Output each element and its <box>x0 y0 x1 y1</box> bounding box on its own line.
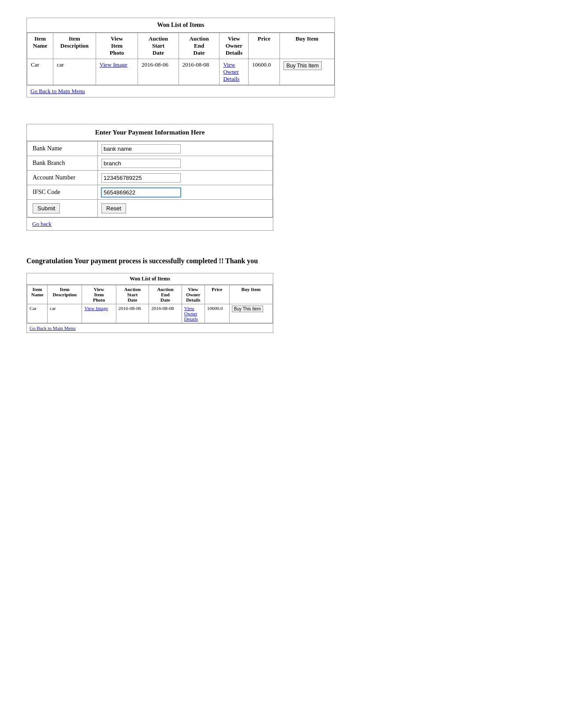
reset-cell[interactable]: Reset <box>98 200 273 217</box>
bank-name-row: Bank Name <box>27 142 273 156</box>
cell-price: 10600.0 <box>249 59 280 85</box>
account-number-row: Account Number <box>27 171 273 185</box>
bank-branch-cell[interactable] <box>98 156 273 171</box>
won-list-sm-container: Won List of Items ItemName ItemDescripti… <box>26 273 273 333</box>
sm-col-item-desc: ItemDescription <box>48 285 82 304</box>
view-owner-link[interactable]: ViewOwnerDetails <box>223 61 239 82</box>
section-won-list: Won List of Items ItemName ItemDescripti… <box>26 18 536 97</box>
col-header-item-desc: ItemDescription <box>53 33 96 59</box>
ifsc-code-cell[interactable] <box>98 185 273 200</box>
sm-col-price: Price <box>205 285 229 304</box>
sm-col-item-name: ItemName <box>27 285 48 304</box>
sm-view-owner-link[interactable]: ViewOwnerDetails <box>184 306 198 321</box>
sm-cell-view-owner[interactable]: ViewOwnerDetails <box>182 304 205 323</box>
payment-table: Bank Name Bank Branch Account Number <box>27 141 273 217</box>
table-row: Car car View Image 2016-08-06 2016-08-08… <box>27 59 335 85</box>
cell-buy-item[interactable]: Buy This Item <box>279 59 334 85</box>
bank-name-label: Bank Name <box>27 142 98 156</box>
sm-cell-auction-end: 2016-08-08 <box>149 304 182 323</box>
ifsc-code-row: IFSC Code <box>27 185 273 200</box>
sm-cell-item-name: Car <box>27 304 48 323</box>
sm-col-buy-item: Buy Item <box>229 285 272 304</box>
sm-buy-item-button[interactable]: Buy This Item <box>232 306 263 312</box>
cell-auction-end: 2016-08-08 <box>179 59 220 85</box>
sm-view-image-link[interactable]: View Image <box>84 306 108 311</box>
submit-button[interactable]: Submit <box>33 203 60 213</box>
bank-branch-label: Bank Branch <box>27 156 98 171</box>
won-list-sm-table: ItemName ItemDescription ViewItemPhoto A… <box>27 285 273 323</box>
section-congratulation: Congratulation Your payment process is s… <box>26 257 536 333</box>
account-number-input[interactable] <box>101 173 181 183</box>
ifsc-code-label: IFSC Code <box>27 185 98 200</box>
bank-branch-input[interactable] <box>101 159 181 168</box>
account-number-label: Account Number <box>27 171 98 185</box>
won-list-table: ItemName ItemDescription ViewItemPhoto A… <box>27 33 335 85</box>
sm-col-view-owner: ViewOwnerDetails <box>182 285 205 304</box>
col-header-view-owner: ViewOwnerDetails <box>220 33 249 59</box>
col-header-auction-end: AuctionEndDate <box>179 33 220 59</box>
col-header-buy-item: Buy Item <box>279 33 334 59</box>
col-header-auction-start: AuctionStartDate <box>138 33 179 59</box>
form-buttons-row: Submit Reset <box>27 200 273 217</box>
bank-name-cell[interactable] <box>98 142 273 156</box>
sm-cell-buy-item[interactable]: Buy This Item <box>229 304 272 323</box>
sm-cell-item-desc: car <box>48 304 82 323</box>
cell-item-name: Car <box>27 59 53 85</box>
sm-col-auction-end: AuctionEndDate <box>149 285 182 304</box>
col-header-price: Price <box>249 33 280 59</box>
won-list-container: Won List of Items ItemName ItemDescripti… <box>26 18 335 97</box>
won-list-sm-title: Won List of Items <box>27 273 273 285</box>
view-image-link[interactable]: View Image <box>100 61 127 68</box>
payment-form-title: Enter Your Payment Information Here <box>27 124 273 141</box>
col-header-item-name: ItemName <box>27 33 53 59</box>
account-number-cell[interactable] <box>98 171 273 185</box>
congratulation-message: Congratulation Your payment process is s… <box>26 257 536 265</box>
sm-col-view-photo: ViewItemPhoto <box>82 285 116 304</box>
sm-cell-price: 10600.0 <box>205 304 229 323</box>
sm-table-row: Car car View Image 2016-08-06 2016-08-08… <box>27 304 273 323</box>
col-header-view-photo: ViewItemPhoto <box>96 33 138 59</box>
ifsc-code-input[interactable] <box>101 188 181 197</box>
cell-item-desc: car <box>53 59 96 85</box>
submit-cell[interactable]: Submit <box>27 200 98 217</box>
sm-col-auction-start: AuctionStartDate <box>116 285 149 304</box>
cell-view-owner[interactable]: ViewOwnerDetails <box>220 59 249 85</box>
sm-cell-view-photo[interactable]: View Image <box>82 304 116 323</box>
bank-name-input[interactable] <box>101 144 181 153</box>
cell-view-photo[interactable]: View Image <box>96 59 138 85</box>
reset-button[interactable]: Reset <box>101 203 126 213</box>
buy-item-button[interactable]: Buy This Item <box>283 61 322 70</box>
sm-back-to-main-link[interactable]: Go Back to Main Menu <box>27 323 273 332</box>
bank-branch-row: Bank Branch <box>27 156 273 171</box>
sm-cell-auction-start: 2016-08-06 <box>116 304 149 323</box>
won-list-title: Won List of Items <box>27 18 335 33</box>
section-payment-form: Enter Your Payment Information Here Bank… <box>26 124 536 231</box>
cell-auction-start: 2016-08-06 <box>138 59 179 85</box>
payment-form-container: Enter Your Payment Information Here Bank… <box>26 124 273 231</box>
back-to-main-link[interactable]: Go Back to Main Menu <box>27 85 335 97</box>
go-back-link[interactable]: Go back <box>27 217 273 230</box>
